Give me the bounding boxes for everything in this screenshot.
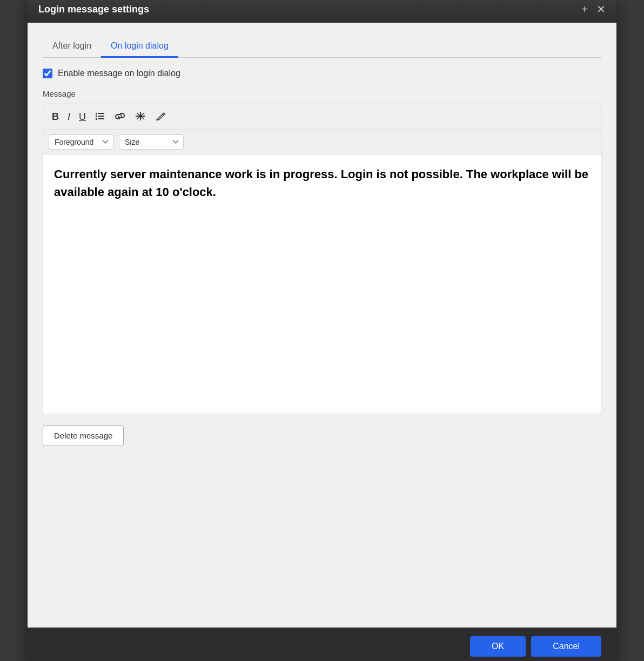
foreground-dropdown[interactable]: Foreground Background bbox=[49, 134, 113, 150]
close-button[interactable]: ✕ bbox=[596, 4, 606, 15]
enable-checkbox[interactable] bbox=[43, 69, 52, 78]
svg-rect-0 bbox=[96, 113, 97, 114]
tab-after-login[interactable]: After login bbox=[43, 36, 101, 58]
svg-rect-3 bbox=[98, 116, 104, 117]
add-button[interactable]: + bbox=[581, 4, 588, 15]
editor-text: Currently server maintenance work is in … bbox=[54, 165, 590, 201]
cancel-button[interactable]: Cancel bbox=[531, 636, 601, 657]
dialog-window: Login message settings + ✕ After login O… bbox=[28, 0, 616, 661]
editor-dropdowns: Foreground Background Size Small Medium … bbox=[43, 130, 601, 154]
dialog-title: Login message settings bbox=[38, 4, 149, 15]
dialog-footer: OK Cancel bbox=[28, 628, 616, 662]
size-dropdown[interactable]: Size Small Medium Large bbox=[119, 134, 184, 150]
svg-rect-2 bbox=[96, 116, 97, 117]
link-button[interactable] bbox=[111, 109, 129, 125]
sparkle-button[interactable] bbox=[131, 109, 150, 125]
underline-button[interactable]: U bbox=[76, 110, 89, 124]
delete-message-button[interactable]: Delete message bbox=[43, 425, 124, 446]
italic-button[interactable]: I bbox=[64, 110, 73, 124]
tabs-container: After login On login dialog bbox=[43, 36, 601, 58]
bold-button[interactable]: B bbox=[49, 110, 62, 124]
svg-rect-5 bbox=[98, 118, 104, 119]
enable-checkbox-row: Enable message on login dialog bbox=[43, 69, 601, 78]
dialog-content: After login On login dialog Enable messa… bbox=[28, 23, 616, 628]
pen-button[interactable] bbox=[152, 109, 169, 125]
message-section-label: Message bbox=[43, 89, 601, 98]
editor-toolbar: B I U bbox=[43, 104, 601, 130]
svg-rect-1 bbox=[98, 113, 104, 114]
title-bar: Login message settings + ✕ bbox=[28, 0, 616, 23]
ok-button[interactable]: OK bbox=[470, 636, 526, 657]
tab-on-login-dialog[interactable]: On login dialog bbox=[101, 36, 178, 58]
editor-body[interactable]: Currently server maintenance work is in … bbox=[43, 154, 601, 414]
editor-container: B I U bbox=[43, 104, 601, 414]
list-button[interactable] bbox=[91, 109, 109, 125]
title-bar-actions: + ✕ bbox=[581, 4, 606, 15]
enable-checkbox-label: Enable message on login dialog bbox=[58, 69, 180, 78]
svg-rect-4 bbox=[96, 118, 97, 120]
